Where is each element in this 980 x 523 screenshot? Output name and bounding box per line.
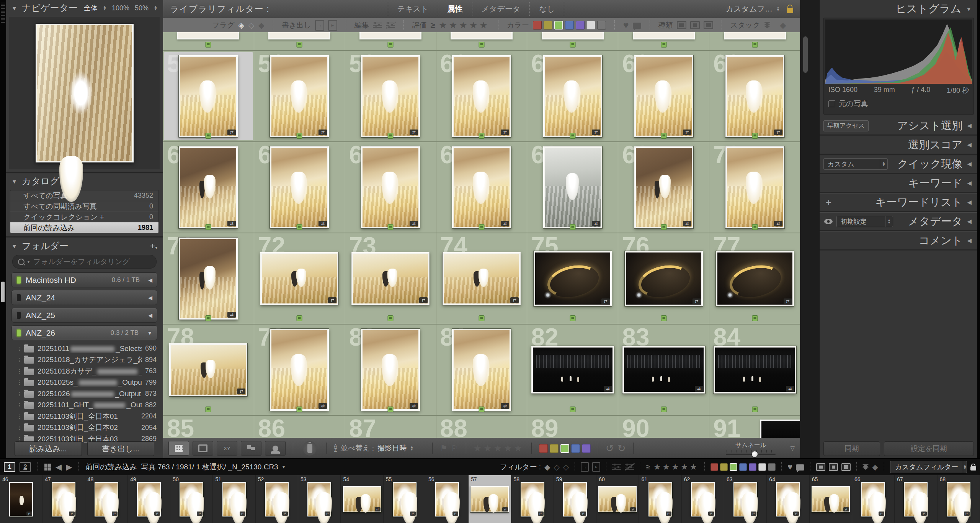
collection-badge-icon[interactable] <box>570 133 575 139</box>
color-chip[interactable] <box>560 444 569 453</box>
color-chip[interactable] <box>730 463 737 471</box>
flag-pick-icon[interactable]: ⚑ <box>440 443 448 453</box>
collection-badge-icon[interactable] <box>479 315 485 321</box>
filmstrip-cell[interactable]: 52⇄ <box>256 475 298 523</box>
collection-badge-icon[interactable] <box>479 133 485 139</box>
thumbnail-slider[interactable] <box>726 450 776 456</box>
collection-badge-icon[interactable] <box>752 133 758 139</box>
add-keyword-icon[interactable]: + <box>826 197 831 208</box>
collection-badge-icon[interactable] <box>297 42 302 48</box>
flag-none-icon[interactable]: ◇ <box>248 21 255 30</box>
develop-badge-icon[interactable]: ⇄ <box>683 221 691 226</box>
collection-badge-icon[interactable] <box>206 133 211 139</box>
color-chip[interactable] <box>749 463 756 471</box>
folder-item[interactable]: ⋮20251103剣日_全日本022054 <box>6 422 163 434</box>
zoom-100[interactable]: 100% <box>112 4 129 12</box>
unedited-icon[interactable] <box>625 464 634 471</box>
not-exported-icon[interactable]: ▸ <box>592 462 600 472</box>
grid-cell[interactable]: 81⇄ <box>436 325 528 415</box>
thumbnail-photo[interactable]: ⇄ <box>270 329 329 411</box>
unedited-icon[interactable] <box>386 22 395 29</box>
comments-header[interactable]: コメント ◀ <box>820 232 978 249</box>
sync-settings-button[interactable]: 設定を同期 <box>884 441 974 456</box>
catalog-item[interactable]: すべての写真43352 <box>10 190 158 201</box>
thumbnail-photo[interactable]: ⇄ <box>179 55 238 137</box>
filter-tab-属性[interactable]: 属性 <box>438 2 472 16</box>
grid-cell[interactable]: 69⇄ <box>618 142 709 233</box>
filmstrip-thumbnail[interactable]: ⇄ <box>521 482 544 516</box>
grid-cell[interactable]: 58⇄ <box>254 51 345 141</box>
quick-develop-preset-dropdown[interactable]: カスタム ▲▼ <box>823 158 888 170</box>
exported-icon[interactable]: → <box>581 462 589 472</box>
sort-direction-icon[interactable]: AZ <box>334 444 337 453</box>
filmstrip-thumbnail[interactable]: ⇄ <box>733 482 757 516</box>
develop-badge-icon[interactable]: ⇄ <box>227 312 236 318</box>
kind-virtual-copy-icon[interactable] <box>690 21 700 29</box>
folder-item[interactable]: ⋮20251026_Output873 <box>6 388 163 400</box>
grid-cell[interactable]: 85 <box>163 416 254 438</box>
comment-icon[interactable] <box>796 464 804 471</box>
grid-cell[interactable]: 72⇄ <box>254 233 345 324</box>
volume-disclosure-icon[interactable]: ◀ <box>148 312 152 318</box>
filter-tab-テキスト[interactable]: テキスト <box>388 2 438 16</box>
collection-badge-icon[interactable] <box>388 224 394 230</box>
filmstrip-cell[interactable]: 47⇄ <box>42 475 85 523</box>
develop-badge-icon[interactable]: ⇄ <box>318 221 327 226</box>
thumbnail-photo[interactable] <box>760 420 800 438</box>
collapse-triangle-icon[interactable]: ▼ <box>11 5 17 11</box>
filmstrip-thumbnail[interactable]: ⇄ <box>52 482 75 516</box>
color-chip[interactable] <box>758 463 766 471</box>
filmstrip-thumbnail[interactable]: ⇄ <box>393 482 416 516</box>
exported-icon[interactable]: → <box>315 20 324 31</box>
navigator-preview[interactable] <box>9 17 160 169</box>
eye-icon[interactable] <box>824 219 833 224</box>
folders-header[interactable]: ▼ フォルダー +▾ <box>6 238 163 254</box>
chevron-down-icon[interactable]: ▾ <box>28 260 29 264</box>
grid-cell[interactable]: 73⇄ <box>345 233 436 324</box>
sync-button[interactable]: 同期 <box>823 441 880 456</box>
collection-badge-icon[interactable] <box>661 42 666 48</box>
filmstrip-status[interactable]: 写真 763 / 1981/ 1 枚選択/ _N_25130.CR3 <box>141 462 278 472</box>
previous-photo-icon[interactable]: ◀ <box>56 462 62 472</box>
grid-cell[interactable]: 84⇄ <box>709 325 800 415</box>
collection-badge-icon[interactable] <box>661 224 666 230</box>
filmstrip-thumbnail[interactable]: ⇄ <box>861 482 885 516</box>
filter-lock-icon[interactable] <box>970 466 976 471</box>
filmstrip-thumbnail[interactable]: ⇄ <box>180 482 203 516</box>
volume-row[interactable]: ANZ_260.3 / 2 TB▼ <box>11 325 157 340</box>
color-chip[interactable] <box>576 21 585 30</box>
grid-cell[interactable]: 82⇄ <box>527 325 618 415</box>
collection-badge-icon[interactable] <box>297 224 302 230</box>
sort-value[interactable]: 撮影日時 <box>377 443 407 453</box>
flag-none-icon[interactable]: ◇ <box>554 462 559 472</box>
collection-badge-icon[interactable] <box>752 315 758 321</box>
thumbnail-photo[interactable]: ⇄ <box>270 146 329 228</box>
develop-badge-icon[interactable]: ⇄ <box>774 221 782 226</box>
collection-badge-icon[interactable] <box>206 407 211 412</box>
add-folder-icon[interactable]: +▾ <box>150 241 157 251</box>
grid-cell[interactable]: 67⇄ <box>436 142 528 233</box>
color-chip[interactable] <box>597 21 606 30</box>
develop-badge-icon[interactable]: ⇄ <box>592 221 600 226</box>
thumbnail-photo[interactable]: ⇄ <box>543 55 602 137</box>
volume-disclosure-icon[interactable]: ◀ <box>148 277 152 283</box>
folder-filter-box[interactable]: ▾ <box>12 255 157 269</box>
filmstrip-thumbnail[interactable]: ⇄ <box>598 486 637 512</box>
grid-cell[interactable]: 63⇄ <box>709 51 800 141</box>
color-chip[interactable] <box>565 21 574 30</box>
rotate-right-icon[interactable]: ↻ <box>617 443 626 454</box>
catalog-header[interactable]: ▼ カタログ <box>6 173 163 189</box>
volume-row[interactable]: ANZ_25◀ <box>11 308 157 323</box>
collection-badge-icon[interactable] <box>479 42 485 48</box>
filter-tab-メタデータ[interactable]: メタデータ <box>472 2 530 16</box>
catalog-item[interactable]: すべての同期済み写真0 <box>10 201 158 211</box>
grid-cell[interactable] <box>618 32 709 50</box>
grid-cell[interactable] <box>709 32 800 50</box>
grid-cell[interactable]: 71⇄ <box>163 233 254 324</box>
stack-diamond-icon[interactable]: ◆ <box>872 462 878 472</box>
grid-cell[interactable]: 74⇄ <box>436 233 528 324</box>
develop-badge-icon[interactable]: ⇄ <box>227 130 236 135</box>
grid-cell[interactable]: 62⇄ <box>618 51 709 141</box>
filmstrip-cell[interactable]: 67⇄ <box>895 475 937 523</box>
rating-ge-icon[interactable]: ≥ <box>431 21 435 30</box>
